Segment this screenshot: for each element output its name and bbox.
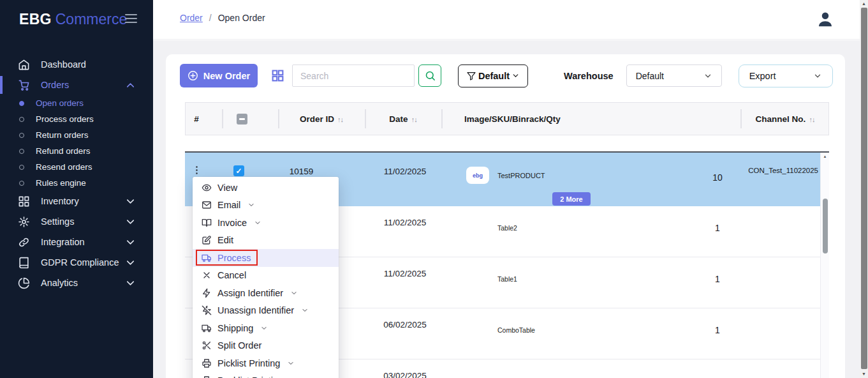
row-actions-kebab-icon[interactable] bbox=[191, 165, 202, 176]
menu-item-view[interactable]: View bbox=[193, 179, 339, 197]
scroll-up-icon[interactable]: ▲ bbox=[860, 1, 868, 7]
menu-item-invoice[interactable]: Invoice bbox=[193, 214, 339, 232]
sidebar-subitem-return-orders[interactable]: Return orders bbox=[0, 127, 153, 143]
sort-icon[interactable]: ↑↓ bbox=[337, 116, 343, 123]
bullet-icon bbox=[19, 101, 24, 106]
breadcrumb-link-order[interactable]: Order bbox=[180, 13, 203, 23]
chevron-down-icon bbox=[124, 216, 136, 228]
menu-item-label: Edit bbox=[217, 235, 233, 245]
toolbar: New Order Default Warehouse bbox=[180, 64, 833, 87]
date-cell: 11/02/2025 bbox=[367, 269, 443, 278]
scroll-up-icon[interactable]: ▲ bbox=[821, 155, 829, 158]
bullet-icon bbox=[19, 181, 24, 186]
sidebar-subitem-process-orders[interactable]: Process orders bbox=[0, 111, 153, 127]
new-order-button[interactable]: New Order bbox=[180, 64, 258, 87]
sidebar-subitem-resend-orders[interactable]: Resend orders bbox=[0, 159, 153, 175]
sort-icon[interactable]: ↑↓ bbox=[411, 116, 417, 123]
header-date[interactable]: Date↑↓ bbox=[365, 114, 441, 124]
bullet-icon bbox=[19, 149, 24, 154]
sidebar-item-dashboard[interactable]: Dashboard bbox=[0, 54, 153, 75]
chevron-down-icon bbox=[703, 72, 712, 80]
menu-item-assign-identifier[interactable]: Assign Identifier bbox=[193, 284, 339, 302]
menu-item-shipping[interactable]: Shipping bbox=[193, 319, 339, 337]
sidebar-item-inventory[interactable]: Inventory bbox=[0, 191, 153, 211]
warehouse-label: Warehouse bbox=[564, 71, 614, 81]
table-header: # Order ID↑↓ Date↑↓ Image/SKU/Binrack/Qt… bbox=[185, 102, 829, 135]
filter-default-button[interactable]: Default bbox=[458, 64, 528, 87]
menu-item-unassign-identifier[interactable]: Unassign Identifier bbox=[193, 302, 339, 320]
export-dropdown[interactable]: Export bbox=[739, 64, 833, 87]
breadcrumb-current: Open Order bbox=[218, 13, 265, 23]
chevron-down-icon bbox=[260, 324, 268, 332]
brand-bold: EBG bbox=[19, 11, 52, 28]
grid-view-icon[interactable] bbox=[271, 69, 284, 82]
date-cell: 03/02/2025 bbox=[367, 371, 443, 378]
sidebar-item-gdpr-compliance[interactable]: GDPR Compliance bbox=[0, 252, 153, 273]
filter-funnel-icon bbox=[466, 71, 476, 81]
hamburger-menu-icon[interactable] bbox=[125, 14, 137, 23]
menu-item-edit[interactable]: Edit bbox=[193, 232, 339, 250]
sort-icon[interactable]: ↑↓ bbox=[809, 116, 814, 123]
menu-item-label: Shipping bbox=[217, 323, 253, 333]
x-icon bbox=[202, 270, 212, 280]
eye-icon bbox=[202, 183, 212, 193]
sku-cell: Table2 bbox=[497, 224, 517, 232]
header-order-id[interactable]: Order ID↑↓ bbox=[278, 114, 365, 124]
menu-item-packlist-printing[interactable]: Packlist Printing bbox=[193, 372, 339, 378]
warehouse-select[interactable]: Default bbox=[626, 64, 722, 87]
more-items-button[interactable]: 2 More bbox=[552, 192, 591, 206]
row-checkbox-checked[interactable]: ✓ bbox=[233, 165, 244, 176]
search-icon bbox=[425, 70, 436, 81]
warehouse-value: Default bbox=[636, 71, 664, 81]
order-id-cell: 10159 bbox=[258, 167, 344, 176]
menu-item-email[interactable]: Email bbox=[193, 197, 339, 215]
sidebar-subitem-rules-engine[interactable]: Rules engine bbox=[0, 175, 153, 191]
brand: EBG Commerce bbox=[0, 0, 153, 38]
sidebar-subitem-open-orders[interactable]: Open orders bbox=[0, 95, 153, 111]
scroll-down-icon[interactable]: ▼ bbox=[860, 371, 868, 377]
menu-item-cancel[interactable]: Cancel bbox=[193, 267, 339, 285]
pie-icon bbox=[18, 277, 30, 289]
channel-badge: ebg bbox=[466, 167, 489, 184]
bullet-icon bbox=[19, 117, 24, 122]
menu-item-split-order[interactable]: Split Order bbox=[193, 337, 339, 355]
chevron-down-icon bbox=[290, 289, 298, 297]
date-cell: 11/02/2025 bbox=[367, 218, 443, 227]
header-channel[interactable]: Channel No.↑↓ bbox=[740, 114, 830, 124]
breadcrumb-separator: / bbox=[209, 13, 212, 23]
sidebar-subitem-label: Rules engine bbox=[36, 178, 86, 188]
menu-item-picklist-printing[interactable]: Picklist Printing bbox=[193, 354, 339, 372]
user-avatar-icon[interactable] bbox=[816, 10, 835, 29]
menu-item-label: Process bbox=[217, 253, 251, 263]
sidebar-subitem-label: Resend orders bbox=[36, 162, 92, 172]
table-scrollbar: ▲ bbox=[820, 153, 829, 378]
chevron-down-icon bbox=[813, 72, 822, 80]
sidebar-nav: Dashboard Orders Open orders Process ord… bbox=[0, 54, 153, 293]
menu-item-label: View bbox=[217, 183, 237, 193]
search-input[interactable] bbox=[292, 64, 415, 87]
chevron-down-icon bbox=[511, 72, 520, 80]
grid-icon bbox=[18, 195, 30, 208]
chevron-down-icon bbox=[124, 277, 136, 289]
menu-item-label: Cancel bbox=[217, 270, 246, 280]
header-hash: # bbox=[191, 114, 202, 124]
bullet-icon bbox=[19, 165, 24, 170]
chevron-down-icon bbox=[301, 306, 309, 314]
sidebar-item-settings[interactable]: Settings bbox=[0, 211, 153, 232]
sidebar-item-orders[interactable]: Orders bbox=[0, 75, 153, 95]
window-scrollbar-thumb[interactable] bbox=[861, 8, 867, 369]
sidebar-subitem-refund-orders[interactable]: Refund orders bbox=[0, 143, 153, 159]
chevron-up-icon bbox=[124, 79, 136, 91]
sidebar-item-integration[interactable]: Integration bbox=[0, 232, 153, 252]
scrollbar-thumb[interactable] bbox=[823, 199, 828, 253]
sidebar-item-analytics[interactable]: Analytics bbox=[0, 273, 153, 293]
topbar: Order / Open Order bbox=[153, 0, 868, 40]
menu-item-process[interactable]: Process bbox=[193, 249, 339, 267]
zap-icon bbox=[202, 288, 212, 298]
sidebar-subitem-label: Process orders bbox=[36, 114, 94, 124]
search-button[interactable] bbox=[418, 64, 441, 87]
menu-item-label: Unassign Identifier bbox=[217, 305, 294, 315]
zap-off-icon bbox=[202, 305, 212, 315]
chevron-down-icon bbox=[124, 257, 136, 269]
select-all-checkbox[interactable] bbox=[237, 114, 247, 125]
